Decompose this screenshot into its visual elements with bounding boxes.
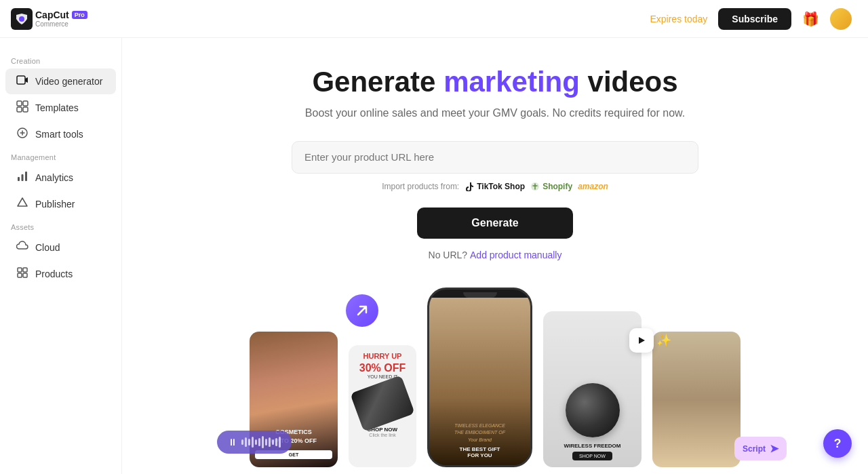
audio-bar-11 xyxy=(275,438,277,446)
audio-bar-9 xyxy=(269,437,271,447)
sidebar-label-video-generator: Video generator xyxy=(35,76,102,87)
phone-notch xyxy=(463,292,497,298)
sidebar-label-cloud: Cloud xyxy=(35,242,60,253)
audio-bar-5 xyxy=(255,439,257,445)
svg-rect-13 xyxy=(23,268,27,272)
sidebar-item-video-generator[interactable]: Video generator xyxy=(5,68,116,94)
svg-rect-12 xyxy=(18,268,22,272)
logo[interactable]: CapCut Pro Commerce xyxy=(11,8,87,30)
audio-bar-3 xyxy=(248,439,250,446)
preview-card-shoe: HURRY UP30% OFF YOU NEED IT SHOP NOW Cli… xyxy=(349,345,416,467)
subscribe-button[interactable]: Subscribe xyxy=(718,8,791,30)
logo-sub: Commerce xyxy=(35,20,87,28)
audio-bar-6 xyxy=(258,438,260,446)
layout: Creation Video generator Templates Smart… xyxy=(0,38,868,474)
analytics-icon xyxy=(16,170,28,185)
sidebar-item-smart-tools[interactable]: Smart tools xyxy=(5,121,116,147)
preview-card-phone: TIMELESS ELEGANCETHE EMBODIMENT OFYour B… xyxy=(427,288,532,467)
avatar[interactable] xyxy=(830,8,852,30)
logo-text-block: CapCut Pro Commerce xyxy=(35,9,87,28)
logo-icon xyxy=(11,8,33,30)
sidebar-item-cloud[interactable]: Cloud xyxy=(5,235,116,260)
audio-bar-1 xyxy=(241,439,243,445)
sidebar-item-publisher[interactable]: Publisher xyxy=(5,191,116,217)
sidebar-item-analytics[interactable]: Analytics xyxy=(5,165,116,191)
svg-rect-6 xyxy=(23,107,28,112)
main-content: Generate marketing videos Boost your onl… xyxy=(122,38,868,474)
play-sparkle: ✨ xyxy=(656,333,671,348)
no-url-text: No URL? xyxy=(429,250,468,260)
publisher-icon xyxy=(16,197,28,212)
no-url-row: No URL? Add product manually xyxy=(429,250,562,260)
svg-point-1 xyxy=(19,16,24,22)
sidebar-item-templates[interactable]: Templates xyxy=(5,95,116,121)
audio-bar-2 xyxy=(245,437,247,447)
floating-script: Script ➤ xyxy=(734,437,787,460)
video-generator-icon xyxy=(16,74,28,89)
sidebar-item-products[interactable]: Products xyxy=(5,261,116,287)
shoe-promo: HURRY UP30% OFF xyxy=(359,352,406,374)
import-label: Import products from: xyxy=(382,182,459,191)
cloud-icon xyxy=(16,240,28,255)
phone-text-bottom: THE BEST GIFTFOR YOU xyxy=(460,446,500,458)
svg-rect-5 xyxy=(17,107,22,112)
headphones-img xyxy=(566,383,620,437)
creation-label: Creation xyxy=(0,52,121,68)
generate-button[interactable]: Generate xyxy=(417,208,572,239)
title-highlight: marketing xyxy=(443,66,580,98)
svg-rect-15 xyxy=(23,273,27,277)
audio-bar-4 xyxy=(252,437,254,448)
audio-bar-7 xyxy=(262,436,264,448)
platform-amazon[interactable]: amazon xyxy=(578,182,608,191)
svg-rect-3 xyxy=(17,101,22,106)
floating-arrow-icon xyxy=(346,294,378,327)
assets-label: Assets xyxy=(0,218,121,234)
management-label: Management xyxy=(0,148,121,164)
svg-rect-8 xyxy=(18,177,20,181)
url-input[interactable] xyxy=(304,151,686,163)
sidebar-label-smart-tools: Smart tools xyxy=(35,129,83,140)
header-right: Expires today Subscribe 🎁 xyxy=(650,8,852,30)
audio-wave xyxy=(241,436,281,448)
phone-text-top: TIMELESS ELEGANCETHE EMBODIMENT OFYour B… xyxy=(454,422,505,444)
hero-subtitle: Boost your online sales and meet your GM… xyxy=(305,107,685,119)
platform-tiktok[interactable]: TikTok Shop xyxy=(465,182,525,191)
hero-title: Generate marketing videos xyxy=(312,65,677,99)
audio-bar-10 xyxy=(272,439,274,445)
svg-rect-10 xyxy=(25,172,27,181)
shopify-icon xyxy=(530,182,540,191)
gift-icon[interactable]: 🎁 xyxy=(802,11,819,27)
headphones-title: WIRELESS FREEDOM xyxy=(564,443,620,449)
shoe-img xyxy=(350,375,415,432)
sidebar-label-analytics: Analytics xyxy=(35,172,73,183)
header: CapCut Pro Commerce Expires today Subscr… xyxy=(0,0,868,38)
play-button[interactable] xyxy=(629,328,654,353)
help-button[interactable]: ? xyxy=(823,429,852,458)
title-part1: Generate xyxy=(312,66,443,98)
sidebar-label-products: Products xyxy=(35,269,73,279)
preview-row: COSMETICSUP TO 20% OFF GET HURRY UP30% O… xyxy=(190,288,800,467)
platform-shopify[interactable]: Shopify xyxy=(530,182,572,191)
svg-rect-14 xyxy=(18,273,22,277)
pause-icon[interactable]: ⏸ xyxy=(228,437,237,448)
expires-text: Expires today xyxy=(650,14,707,24)
svg-rect-4 xyxy=(23,101,28,106)
url-input-wrapper[interactable] xyxy=(292,141,698,174)
sidebar-label-publisher: Publisher xyxy=(35,199,75,210)
tiktok-icon xyxy=(465,182,474,191)
logo-name: CapCut xyxy=(35,9,69,20)
svg-rect-9 xyxy=(22,174,24,181)
audio-bar-8 xyxy=(265,439,267,446)
shoe-link: Click the link xyxy=(369,433,395,437)
title-part2: videos xyxy=(580,66,678,98)
phone-content: TIMELESS ELEGANCETHE EMBODIMENT OFYour B… xyxy=(429,298,530,465)
products-icon xyxy=(16,266,28,281)
smart-tools-icon xyxy=(16,127,28,142)
floating-audio: ⏸ xyxy=(217,431,292,454)
import-row: Import products from: TikTok Shop Shopif… xyxy=(382,182,608,191)
pro-badge: Pro xyxy=(72,11,87,19)
add-manually-link[interactable]: Add product manually xyxy=(470,250,561,260)
headphones-btn: SHOP NOW xyxy=(572,452,612,460)
svg-rect-2 xyxy=(17,76,25,84)
templates-icon xyxy=(16,100,28,115)
